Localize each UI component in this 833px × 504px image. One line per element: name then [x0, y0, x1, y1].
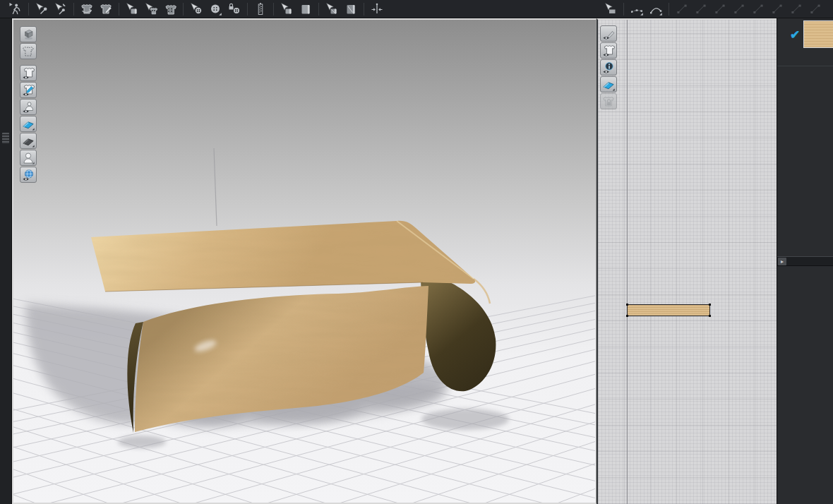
attach-button-tool-icon — [144, 2, 158, 16]
transform-pattern-tool-button[interactable] — [601, 1, 620, 18]
edit-curvature-tool-icon — [649, 2, 663, 16]
show-buttons-button[interactable] — [161, 1, 179, 18]
detach-pin-tool-button[interactable] — [368, 1, 386, 18]
show-avatar-eye-icon — [21, 100, 35, 114]
avatar-walk-icon — [8, 2, 23, 16]
segment-sewing-button[interactable] — [296, 1, 315, 18]
toolbar-separator — [273, 3, 274, 16]
disabled-sewing-tool-button[interactable] — [673, 1, 691, 18]
show-garment-eye-icon — [21, 66, 35, 80]
show-environment-globe-button[interactable] — [20, 167, 37, 183]
pin-tool-button[interactable] — [32, 1, 51, 18]
buttonhole-lock-button[interactable] — [225, 1, 244, 18]
drag-garment-tool-button[interactable] — [78, 1, 96, 18]
pattern-locked-icon — [601, 95, 616, 109]
toolbar-separator — [119, 3, 119, 16]
disabled-sewing-tool-icon — [732, 2, 746, 16]
toolbar-group — [320, 1, 362, 18]
panel-gripper-handle[interactable] — [2, 133, 9, 144]
toolbar-2d-tools — [599, 0, 827, 18]
free-sewing-button[interactable] — [342, 1, 360, 18]
show-avatar-eye-button[interactable] — [20, 99, 37, 115]
edit-pattern-tool-icon — [630, 2, 644, 16]
zipper-tool-button[interactable] — [251, 1, 270, 18]
show-garment-eye-button[interactable] — [600, 42, 617, 59]
scene-3d-plywood-table — [13, 20, 595, 503]
pin-remove-tool-button[interactable] — [52, 1, 70, 18]
fabric-swatch[interactable] — [803, 20, 833, 48]
disabled-sewing-tool-button[interactable] — [806, 1, 825, 18]
select-fabric-tool-button[interactable] — [123, 1, 141, 18]
attach-button-tool-button[interactable] — [142, 1, 160, 18]
pattern-locked-button[interactable] — [600, 93, 617, 109]
toolbar-separator — [669, 3, 669, 16]
disabled-sewing-tool-button[interactable] — [749, 1, 767, 18]
textured-surface-blue-button[interactable] — [600, 76, 617, 92]
panel-splitter[interactable]: ▸ — [777, 256, 833, 266]
detach-pin-tool-icon — [370, 2, 384, 16]
pattern-axis-line — [627, 20, 628, 504]
toolbar-separator — [183, 3, 184, 16]
disabled-sewing-tool-icon — [808, 2, 822, 16]
button-style-icon — [208, 2, 222, 16]
fabric-list-item[interactable]: ✔ — [777, 18, 833, 66]
textured-surface-blue-button[interactable] — [20, 116, 37, 132]
drag-garment-tool-icon — [80, 2, 94, 16]
toolbar-group — [4, 1, 27, 18]
show-garment-eye-button[interactable] — [20, 65, 37, 81]
view-3d-display-toolbar — [20, 26, 37, 183]
viewport-2d[interactable] — [597, 18, 777, 504]
place-button-tool-button[interactable] — [187, 1, 205, 18]
toolbar-group — [185, 1, 246, 18]
toolbar-group — [76, 1, 117, 18]
disabled-sewing-tool-button[interactable] — [692, 1, 710, 18]
collapsed-left-panel[interactable] — [0, 18, 12, 504]
disabled-sewing-tool-button[interactable] — [787, 1, 805, 18]
expand-arrow-icon[interactable]: ▸ — [778, 258, 786, 265]
pattern-corner-handle[interactable] — [709, 315, 711, 317]
show-seam-pen-eye-button[interactable] — [600, 25, 617, 42]
world-axis-line — [214, 148, 217, 226]
show-garment-eye-icon — [601, 44, 616, 58]
fit-garment-dashed-button[interactable] — [20, 43, 37, 59]
object-browser-panel: ✔ ▸ — [777, 18, 833, 504]
pattern-corner-handle[interactable] — [626, 315, 628, 317]
toolbar-separator — [623, 3, 624, 16]
disabled-sewing-tool-button[interactable] — [730, 1, 748, 18]
view-2d-display-toolbar — [600, 25, 617, 109]
pattern-piece-plank[interactable] — [627, 304, 710, 316]
edit-curvature-tool-button[interactable] — [647, 1, 665, 18]
segment-sewing-tool-icon — [280, 2, 294, 16]
textured-surface-blue-icon — [601, 78, 616, 92]
avatar-walk-button[interactable] — [6, 1, 25, 18]
thick-surface-dark-button[interactable] — [20, 133, 37, 149]
segment-sewing-tool-button[interactable] — [277, 1, 296, 18]
toolbar-group — [599, 1, 622, 18]
disabled-sewing-tool-icon — [713, 2, 727, 16]
checkmark-icon[interactable]: ✔ — [790, 28, 800, 42]
place-button-tool-icon — [189, 2, 203, 16]
toolbar-group — [671, 1, 827, 18]
pattern-corner-handle[interactable] — [709, 304, 711, 306]
edit-pattern-tool-button[interactable] — [628, 1, 646, 18]
pin-remove-tool-icon — [54, 2, 68, 16]
free-sewing-tool-button[interactable] — [323, 1, 341, 18]
free-sewing-icon — [344, 2, 358, 16]
toolbar-separator — [28, 3, 29, 16]
toolbar-group — [625, 1, 667, 18]
simulate-3d-button[interactable] — [20, 26, 37, 42]
toolbar-separator — [318, 3, 319, 16]
button-style-button[interactable] — [206, 1, 224, 18]
textured-surface-blue-icon — [21, 117, 35, 131]
edit-garment-tool-button[interactable] — [97, 1, 115, 18]
viewport-3d[interactable] — [12, 18, 597, 504]
disabled-sewing-tool-button[interactable] — [768, 1, 786, 18]
toolbar-group — [121, 1, 181, 18]
free-sewing-tool-icon — [325, 2, 339, 16]
pattern-corner-handle[interactable] — [626, 304, 628, 306]
avatar-head-button[interactable] — [20, 150, 37, 166]
thick-surface-dark-icon — [21, 134, 35, 148]
disabled-sewing-tool-button[interactable] — [711, 1, 729, 18]
show-info-eye-button[interactable] — [600, 59, 617, 76]
show-stitch-pen-eye-button[interactable] — [20, 82, 37, 98]
